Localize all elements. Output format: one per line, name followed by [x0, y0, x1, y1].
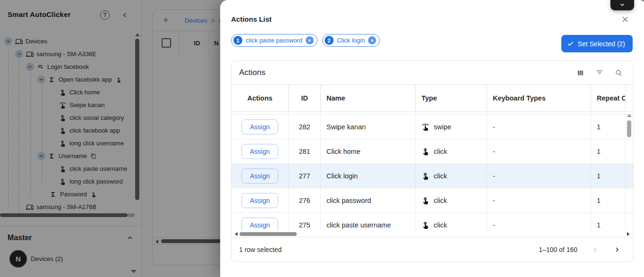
cell-keyboard-types: -: [487, 115, 591, 139]
cell-id: 281: [289, 139, 321, 163]
chip-label: click paste password: [246, 37, 302, 44]
tap-icon: [421, 172, 429, 180]
column-header-id: ID: [289, 85, 321, 111]
next-page-icon[interactable]: [613, 246, 621, 253]
cell-keyboard-types: -: [487, 139, 591, 163]
collapse-panel-button[interactable]: [610, 0, 634, 10]
selected-action-chips: 1 click paste password 2 Click login: [231, 34, 380, 47]
tap-icon: [421, 196, 429, 204]
cell-name: click paste username: [321, 213, 416, 231]
columns-icon[interactable]: [576, 69, 584, 77]
table-row[interactable]: Assign 281 Click home click - 1: [232, 139, 633, 164]
search-icon[interactable]: [615, 69, 623, 77]
chip-remove-icon[interactable]: [306, 36, 314, 44]
actions-card-header: Actions: [232, 61, 633, 84]
actions-list-modal: Actions List 1 click paste password 2 Cl…: [220, 0, 644, 277]
cell-name: click password: [321, 188, 416, 212]
table-row[interactable]: Assign 275 click paste username click - …: [232, 213, 633, 231]
cell-repeat-count: 1: [591, 213, 626, 231]
cell-repeat-count: 1: [591, 164, 626, 188]
column-header-repeat-count: Repeat Count: [591, 85, 626, 111]
table-row-selected[interactable]: Assign 277 Click login click - 1: [232, 164, 633, 188]
chip-order-badge: 2: [325, 36, 334, 45]
table-footer: 1 row selected 1–100 of 160: [232, 237, 633, 261]
chevron-down-icon: [619, 1, 626, 8]
scrollbar-thumb[interactable]: [240, 232, 297, 236]
chip-remove-icon[interactable]: [368, 36, 376, 44]
cell-id: 282: [289, 115, 321, 139]
column-header-keyboard-types: Keyboard Types: [487, 85, 591, 111]
selection-status-text: 1 row selected: [239, 246, 282, 253]
pagination-range-text: 1–100 of 160: [539, 246, 577, 253]
close-icon[interactable]: [621, 15, 629, 24]
cell-name: Swipe kanan: [321, 115, 416, 139]
chip-label: Click login: [337, 37, 365, 44]
chip-click-login: 2 Click login: [322, 34, 380, 47]
cell-repeat-count: 1: [591, 188, 626, 212]
actions-table-card: Actions Actions ID Name Type Keyboard Ty…: [231, 60, 634, 262]
assign-button[interactable]: Assign: [241, 119, 278, 134]
chip-order-badge: 1: [233, 36, 242, 45]
table-row[interactable]: Assign 276 click password click - 1: [232, 188, 633, 213]
table-horizontal-scrollbar[interactable]: [232, 231, 633, 237]
cell-type-label: swipe: [434, 123, 451, 131]
filter-icon[interactable]: [595, 68, 604, 77]
set-selected-button[interactable]: Set Selected (2): [561, 35, 633, 52]
chip-click-paste-password: 1 click paste password: [231, 34, 318, 47]
cell-id: 277: [289, 164, 321, 188]
cell-type-label: click: [434, 172, 447, 180]
cell-keyboard-types: -: [487, 188, 591, 212]
assign-button[interactable]: Assign: [241, 193, 278, 208]
check-icon: [567, 40, 574, 47]
actions-table-body: Assign 282 Swipe kanan swipe - 1 Assign …: [232, 112, 633, 231]
tap-icon: [421, 221, 429, 229]
cell-id: 276: [289, 188, 321, 212]
table-vertical-scrollbar[interactable]: [627, 114, 632, 170]
scroll-right-arrow-icon[interactable]: [627, 232, 630, 236]
scroll-up-arrow-icon[interactable]: [627, 114, 632, 117]
cell-repeat-count: 1: [591, 115, 626, 139]
cell-type-label: click: [434, 148, 447, 155]
actions-card-title: Actions: [239, 68, 266, 77]
cell-name: Click home: [321, 139, 416, 163]
actions-table-header-row: Actions ID Name Type Keyboard Types Repe…: [232, 84, 633, 112]
scrollbar-thumb[interactable]: [627, 120, 631, 137]
cell-keyboard-types: -: [487, 213, 591, 231]
cell-type-label: click: [434, 197, 447, 204]
column-header-type: Type: [416, 85, 487, 111]
cell-name: Click login: [321, 164, 416, 188]
column-header-name: Name: [321, 85, 416, 111]
cell-repeat-count: 1: [591, 139, 626, 163]
table-row[interactable]: Assign 282 Swipe kanan swipe - 1: [232, 115, 633, 139]
cell-type-label: click: [434, 221, 447, 229]
swipe-icon: [421, 123, 429, 131]
previous-page-icon[interactable]: [592, 246, 599, 253]
column-header-actions: Actions: [232, 85, 289, 111]
cell-keyboard-types: -: [487, 164, 591, 188]
assign-button[interactable]: Assign: [241, 168, 278, 184]
modal-title: Actions List: [231, 15, 272, 23]
scroll-left-arrow-icon[interactable]: [235, 232, 238, 236]
assign-button[interactable]: Assign: [241, 218, 278, 231]
assign-button[interactable]: Assign: [241, 144, 278, 159]
cell-id: 275: [289, 213, 321, 231]
tap-icon: [421, 147, 429, 155]
